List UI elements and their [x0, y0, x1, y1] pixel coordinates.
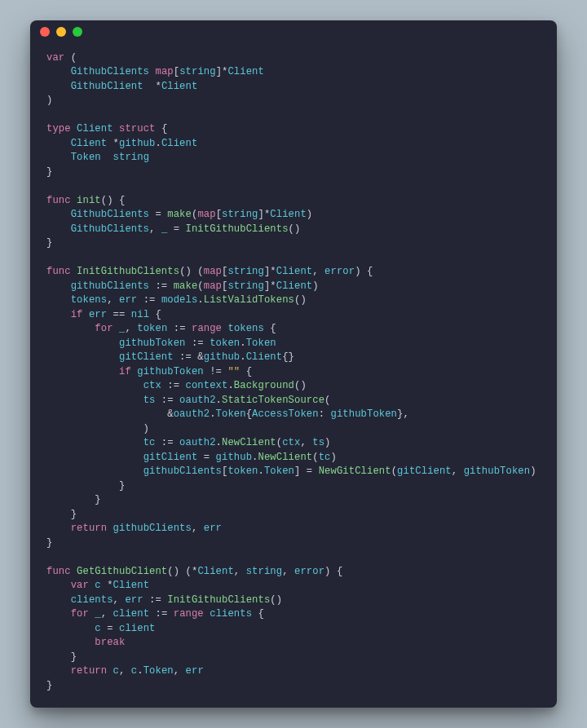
code-token: ]*	[258, 209, 271, 220]
code-token: c	[95, 580, 100, 591]
code-token: tc	[143, 437, 156, 448]
minimize-icon[interactable]	[56, 27, 66, 37]
code-token: func	[46, 266, 71, 277]
code-token: githubToken	[119, 338, 186, 349]
code-token: ,	[300, 437, 312, 448]
code-token: githubClients	[71, 280, 149, 292]
code-token: make	[167, 209, 192, 220]
code-token: string	[222, 209, 258, 220]
code-token: github	[119, 138, 155, 149]
code-token	[46, 152, 71, 163]
code-token: Token	[264, 465, 294, 477]
code-token: ()	[294, 294, 307, 306]
code-token: tc	[319, 452, 331, 463]
code-token: break	[95, 637, 125, 648]
code-token: )	[46, 95, 52, 106]
code-line: clients, err := InitGithubClients()	[46, 594, 282, 606]
code-token: .	[240, 351, 245, 363]
code-token: string	[227, 280, 263, 292]
code-token: AccessToken	[252, 408, 319, 420]
code-line: )	[46, 423, 149, 435]
window-titlebar	[30, 20, 557, 43]
code-token	[46, 66, 71, 77]
code-token: map	[204, 280, 222, 292]
code-token: map	[155, 66, 173, 77]
code-line: GithubClients map[string]*Client	[46, 66, 264, 77]
code-token: },	[397, 408, 409, 420]
code-token	[46, 594, 71, 606]
code-token: () (	[179, 266, 204, 277]
code-token: GetGithubClient	[77, 566, 167, 577]
code-token: )	[324, 437, 330, 448]
code-token: () {	[101, 195, 126, 206]
code-token: c	[113, 665, 119, 677]
code-token: ]*	[216, 66, 228, 77]
code-token	[113, 123, 119, 135]
code-token: ListValidTokens	[204, 294, 294, 306]
code-token: :=	[161, 380, 186, 391]
code-token: var	[46, 52, 64, 64]
code-token: .	[216, 395, 222, 406]
code-token	[46, 623, 95, 634]
code-token	[46, 380, 143, 391]
code-token: token	[210, 338, 240, 349]
code-token: ()	[289, 223, 301, 235]
code-token: Token	[246, 338, 276, 349]
code-token	[71, 123, 77, 135]
code-token	[101, 152, 113, 163]
code-line: return c, c.Token, err	[46, 665, 204, 677]
code-token: err	[125, 594, 143, 606]
code-token	[71, 266, 77, 277]
code-token: return	[71, 665, 107, 677]
code-token: Client	[113, 580, 149, 591]
code-token: return	[71, 523, 107, 534]
code-token: .	[210, 408, 215, 420]
code-line: }	[46, 509, 77, 520]
code-line: GithubClients = make(map[string]*Client)	[46, 209, 312, 220]
code-token: Client	[276, 266, 312, 277]
code-token: Client	[161, 138, 197, 149]
code-token: GithubClients	[71, 66, 149, 77]
code-token: ,	[192, 523, 204, 534]
code-token	[46, 280, 71, 292]
code-line: Client *github.Client	[46, 138, 197, 149]
code-token: }	[46, 480, 125, 492]
code-token: :	[319, 408, 331, 420]
code-token	[46, 209, 71, 220]
code-token: Token	[216, 408, 246, 420]
code-token: context	[186, 380, 228, 391]
code-token: Client	[197, 566, 233, 577]
code-token: :=	[137, 294, 161, 306]
code-token: gitClient	[119, 351, 174, 363]
code-token: ctx	[143, 380, 161, 391]
code-token: {	[246, 408, 252, 420]
code-token: :=	[143, 594, 168, 606]
code-token	[46, 523, 71, 534]
code-line: )	[46, 95, 52, 106]
code-token: var	[71, 580, 89, 591]
code-token: {	[264, 323, 276, 334]
code-token: tokens	[71, 294, 107, 306]
code-token: InitGithubClients	[167, 594, 270, 606]
code-token: range	[192, 323, 222, 334]
code-token: }	[46, 651, 77, 663]
code-token: ,	[234, 566, 246, 577]
code-token: =	[197, 452, 215, 463]
code-token: .	[137, 665, 143, 677]
code-token	[71, 195, 77, 206]
code-token: (	[197, 280, 203, 292]
code-token: Client	[270, 209, 306, 220]
code-token: Token	[71, 152, 101, 163]
zoom-icon[interactable]	[73, 27, 82, 37]
code-token: make	[174, 280, 198, 292]
code-token: token	[227, 465, 258, 477]
code-token	[46, 223, 71, 235]
code-token: := &	[174, 351, 204, 363]
code-token: NewClient	[258, 452, 313, 463]
code-line: tokens, err := models.ListValidTokens()	[46, 294, 307, 306]
close-icon[interactable]	[40, 27, 50, 37]
code-token: ""	[227, 366, 240, 377]
code-line: GithubClient *Client	[46, 81, 197, 92]
code-line: var c *Client	[46, 580, 149, 591]
code-token: models	[161, 294, 197, 306]
